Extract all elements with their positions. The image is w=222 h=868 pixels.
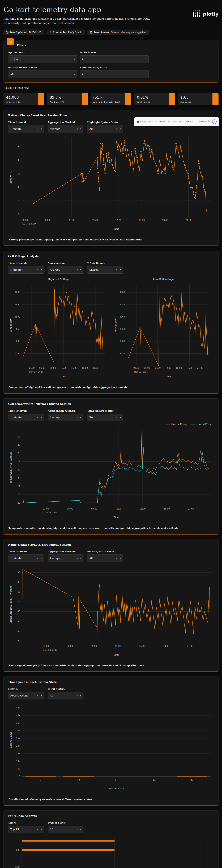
fault-controls: Top N:Top 15×▼System State:All×▼ [8,821,214,833]
svg-text:09:00: 09:00 [91,645,97,647]
dropdown-value: 1 minute [10,128,22,130]
warning-icon: ⚠ [156,120,158,123]
low-voltage-subtitle: Low Cell Voltage [113,278,214,281]
control-label: Temperature Metric: [87,409,123,412]
plotly-logo-text: plotly [203,11,219,17]
svg-text:-45: -45 [17,600,20,603]
svg-text:0: 0 [19,775,20,778]
svg-text:21:00: 21:00 [187,645,193,647]
header-badges: Data Updated: 2025-12-20 Created by: Plo… [3,30,156,35]
dropdown[interactable]: All▼ [8,70,77,78]
clear-icon[interactable]: × [115,269,118,271]
kpi-value: -51.7 [93,95,123,99]
debug-expand-button[interactable]: » [212,119,217,124]
clear-icon[interactable]: × [36,694,39,697]
clear-icon[interactable]: × [75,694,79,697]
svg-text:15:00: 15:00 [139,219,145,221]
control-label: Time Interval: [8,121,44,124]
dropdown[interactable]: Top 15×▼ [8,826,44,833]
clear-icon[interactable]: × [36,416,39,419]
chevron-down-icon: ▼ [40,416,42,418]
control-group: Time Interval:1 minute×▼ [8,261,44,274]
kpi-card: -51.7Avg Radio Strength (dBm) [91,93,131,105]
dropdown[interactable]: 1 minute×▼ [8,414,44,421]
control-label: Top N: [8,821,44,824]
kpi-label: Avg Battery % [50,101,80,103]
fault-card: Fault Code Analysis Top N:Top 15×▼System… [3,810,219,868]
temperature-controls: Time Interval:1 minute×▼Aggregation Meth… [8,409,214,421]
dropdown[interactable]: All▼ [80,70,149,78]
dropdown[interactable]: 1 minute×▼ [8,266,44,274]
clear-icon[interactable]: × [75,416,79,419]
control-label: Highlight System State: [87,121,123,124]
dropdown[interactable]: ×All▼ [8,55,77,63]
clear-icon[interactable]: × [75,128,79,130]
dropdown[interactable]: 1 minute×▼ [8,555,44,562]
svg-text:-50: -50 [17,610,20,613]
dropdown[interactable]: Both×▼ [87,414,123,421]
svg-text:13: 13 [191,779,193,781]
svg-text:75: 75 [18,199,20,202]
clear-icon[interactable]: × [75,557,79,559]
svg-text:35k: 35k [16,722,20,724]
remove-chip-icon[interactable]: × [10,57,14,61]
svg-text:27: 27 [18,460,20,463]
svg-text:May 23, 2025: May 23, 2025 [22,223,36,225]
legend-item[interactable]: Low Cell Temp [191,423,212,426]
control-label: Time Interval: [8,409,44,412]
svg-text:03:00: 03:00 [29,367,35,369]
dropdown[interactable]: All×▼ [48,692,84,700]
kpi-label: Fault Rate % [137,101,167,103]
clear-icon[interactable]: × [115,128,118,130]
svg-text:21:00: 21:00 [188,507,194,510]
dropdown[interactable]: Average×▼ [48,555,84,562]
clear-icon[interactable]: × [36,128,39,130]
clear-icon[interactable]: × [115,416,118,419]
svg-text:80: 80 [18,186,20,188]
chevron-down-icon: ▼ [120,128,121,130]
dropdown[interactable]: Shared×▼ [87,266,123,274]
dropdown[interactable]: Average×▼ [48,125,84,133]
clear-icon[interactable]: × [36,269,39,271]
clear-icon[interactable]: × [75,269,79,271]
kpi-accent-strip [125,93,131,105]
svg-text:Voltage (mV): Voltage (mV) [114,317,117,332]
svg-text:03:00: 03:00 [45,219,51,221]
kpi-label: Total Records [6,101,36,103]
control-group: Time Interval:1 minute×▼ [8,550,44,562]
dropdown[interactable]: All▼ [80,55,149,63]
system-state-caption: Distribution of telemetry records across… [8,795,214,801]
control-group: System State×All▼ [8,51,77,63]
radio-title: Radio Signal Strength Throughout Session [8,543,214,546]
control-group: Aggregation Method:Average×▼ [48,121,84,133]
voltage-card: Cell Voltage Analysis Time Interval:1 mi… [3,251,219,394]
dropdown[interactable]: Average×▼ [48,266,84,274]
svg-text:15:00: 15:00 [71,367,77,369]
clear-icon[interactable]: × [75,828,79,831]
clear-icon[interactable]: × [115,557,118,559]
dropdown[interactable]: All×▼ [48,826,84,833]
dropdown[interactable]: All×▼ [87,125,123,133]
dropdown[interactable]: Average×▼ [48,414,84,421]
chevron-down-icon: ▼ [120,269,121,271]
svg-text:3750: 3750 [15,352,20,355]
plotly-cloud-button[interactable]: Plotly Cloud [136,120,154,123]
svg-text:-30: -30 [17,571,20,574]
dropdown[interactable]: Record Count×▼ [8,692,44,700]
svg-text:03:00: 03:00 [43,507,49,510]
scissors-icon: ✂ [168,120,170,123]
svg-text:06:00: 06:00 [67,645,73,647]
control-label: Aggregation Method: [48,550,84,553]
control-group: Radio Signal QualityAll▼ [80,66,149,78]
legend-item[interactable]: High Cell Temp [165,423,187,426]
clear-icon[interactable]: × [36,828,39,831]
system-state-card: Time Spent in Each System State Metric:R… [3,677,219,806]
control-group: Highlight System State:All×▼ [87,121,123,133]
dropdown[interactable]: All×▼ [87,555,123,562]
clear-icon[interactable]: × [36,557,39,559]
errors-button[interactable]: ⚠Errors [156,120,165,123]
dropdown[interactable]: 1 minute×▼ [8,125,44,133]
dropdown-value: Record Count [10,694,28,697]
svg-text:Time: Time [114,227,119,230]
callbacks-button[interactable]: ✂Callbacks [168,120,182,123]
